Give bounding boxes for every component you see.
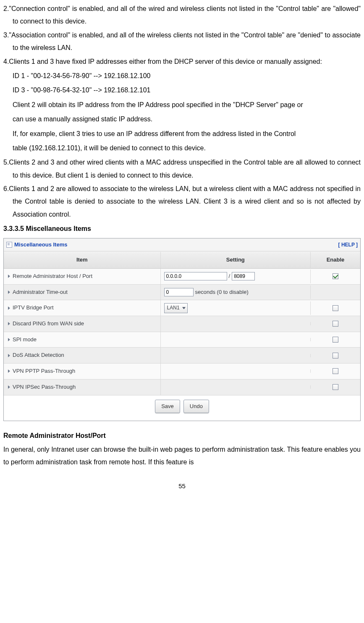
enable-checkbox[interactable] [333, 368, 338, 374]
remote-admin-paragraph: In general, only Intranet user can brows… [3, 443, 361, 469]
triangle-icon [8, 322, 10, 325]
item-label: SPI mode [13, 335, 37, 345]
triangle-icon [8, 385, 10, 389]
list-item-6: 6.Clients 1 and 2 are allowed to associa… [3, 183, 361, 221]
timeout-suffix: seconds (0 to disable) [195, 287, 249, 298]
remote-admin-host-input[interactable] [164, 272, 227, 280]
panel-title-text: Miscellaneous Items [14, 240, 67, 250]
misc-items-panel: Miscellaneous Items [ HELP ] Item Settin… [3, 238, 361, 421]
table-header-row: Item Setting Enable [4, 251, 360, 269]
list-item-4-head: 4.Clients 1 and 3 have fixed IP addresse… [3, 55, 361, 68]
item-label: IPTV Bridge Port [13, 303, 54, 313]
list-item-4-line3: Client 2 will obtain its IP address from… [3, 99, 361, 111]
table-row: VPN IPSec Pass-Through [4, 380, 360, 395]
page-number: 55 [3, 480, 361, 492]
enable-checkbox[interactable] [333, 384, 338, 390]
list-item-3: 3."Association control" is enabled, and … [3, 29, 361, 55]
list-item-4-line5: If, for example, client 3 tries to use a… [3, 128, 361, 140]
enable-checkbox[interactable] [333, 353, 338, 359]
help-link[interactable]: [ HELP ] [338, 240, 358, 250]
admin-timeout-input[interactable] [164, 288, 194, 296]
item-label: VPN IPSec Pass-Through [13, 382, 76, 393]
col-header-setting: Setting [161, 252, 311, 268]
enable-checkbox[interactable] [333, 305, 338, 311]
triangle-icon [8, 306, 10, 310]
col-header-item: Item [4, 252, 161, 268]
col-header-enable: Enable [311, 252, 360, 268]
undo-button[interactable]: Undo [183, 400, 209, 414]
list-item-2: 2."Connection control" is enabled, and a… [3, 3, 361, 28]
table-row: DoS Attack Detection [4, 348, 360, 364]
host-port-separator: / [229, 271, 230, 282]
table-row: VPN PPTP Pass-Through [4, 364, 360, 380]
triangle-icon [8, 275, 10, 278]
triangle-icon [8, 338, 10, 341]
triangle-icon [8, 369, 10, 373]
enable-checkbox[interactable] [333, 321, 338, 327]
enable-checkbox[interactable] [333, 273, 338, 279]
list-item-4-line2: ID 3 - "00-98-76-54-32-10" --> 192.168.1… [3, 84, 361, 97]
triangle-icon [8, 291, 10, 294]
list-item-4-line1: ID 1 - "00-12-34-56-78-90" --> 192.168.1… [3, 70, 361, 82]
list-item-4-line4: can use a manually assigned static IP ad… [3, 113, 361, 126]
list-item-4-line6: table (192.168.12.101), it will be denie… [3, 142, 361, 154]
table-row: Administrator Time-out seconds (0 to dis… [4, 285, 360, 301]
table-row: Remote Administrator Host / Port / [4, 269, 360, 285]
table-row: IPTV Bridge Port LAN1 [4, 300, 360, 316]
list-item-5: 5.Clients 2 and 3 and other wired client… [3, 156, 361, 182]
section-title: 3.3.3.5 Miscellaneous Items [3, 222, 361, 235]
triangle-icon [8, 354, 10, 357]
item-label: Discard PING from WAN side [13, 319, 84, 329]
item-label: Remote Administrator Host / Port [13, 271, 92, 282]
document-icon [6, 242, 12, 248]
item-label: DoS Attack Detection [13, 350, 64, 361]
item-label: Administrator Time-out [13, 287, 68, 298]
enable-checkbox[interactable] [333, 337, 338, 343]
table-row: SPI mode [4, 332, 360, 348]
table-row: Discard PING from WAN side [4, 316, 360, 332]
remote-admin-port-input[interactable] [232, 272, 255, 280]
iptv-bridge-port-select[interactable]: LAN1 [164, 303, 188, 313]
item-label: VPN PPTP Pass-Through [13, 366, 75, 377]
remote-admin-heading: Remote Administrator Host/Port [3, 429, 361, 442]
save-button[interactable]: Save [155, 400, 180, 414]
